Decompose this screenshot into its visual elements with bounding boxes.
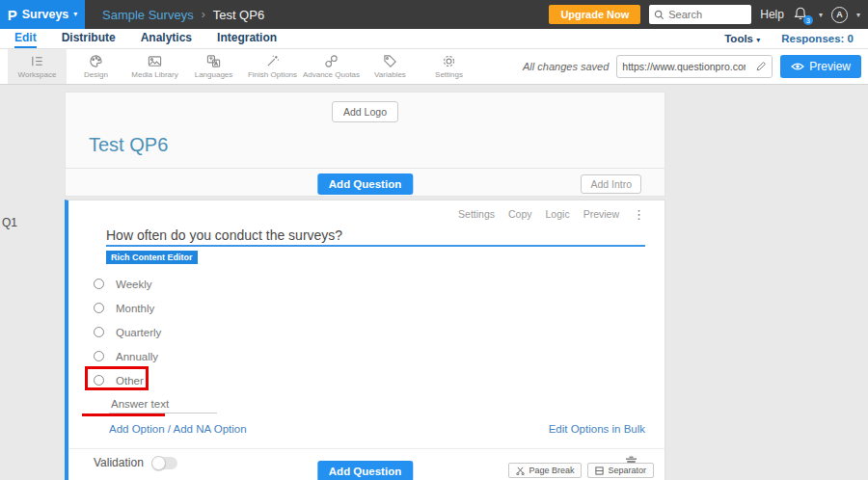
question-text[interactable]: How often do you conduct the surveys? bbox=[106, 226, 645, 247]
toolbar-item-design[interactable]: Design bbox=[67, 49, 125, 84]
answer-options: Weekly Monthly Quarterly Annually Other bbox=[94, 272, 645, 392]
add-intro-button[interactable]: Add Intro bbox=[581, 174, 641, 194]
toolbar-item-finish-options[interactable]: Finish Options bbox=[243, 49, 302, 84]
advance-quotas-icon bbox=[324, 54, 339, 68]
question-block: Settings Copy Logic Preview ⋮ How often … bbox=[65, 200, 665, 480]
option-row: Weekly bbox=[94, 272, 645, 296]
breadcrumb-parent[interactable]: Sample Surveys bbox=[102, 8, 194, 22]
separator-label: Separator bbox=[608, 466, 646, 475]
edit-toolbar: Workspace Design Media Library Languages… bbox=[0, 49, 868, 85]
eye-icon bbox=[791, 62, 804, 71]
tools-label: Tools bbox=[724, 33, 753, 44]
question-copy-link[interactable]: Copy bbox=[508, 208, 532, 220]
question-settings-link[interactable]: Settings bbox=[458, 208, 495, 220]
tab-edit[interactable]: Edit bbox=[14, 29, 37, 48]
top-bar: P Surveys ▾ Sample Surveys › Test QP6 Up… bbox=[0, 0, 868, 29]
survey-header: Add Logo Test QP6 Add Question Add Intro bbox=[65, 92, 665, 197]
help-link[interactable]: Help bbox=[760, 8, 784, 21]
radio-button[interactable] bbox=[94, 303, 104, 313]
responses-count[interactable]: Responses: 0 bbox=[781, 33, 854, 44]
survey-title[interactable]: Test QP6 bbox=[89, 134, 665, 156]
save-status: All changes saved bbox=[523, 61, 609, 72]
question-number: Q1 bbox=[2, 216, 17, 229]
tab-integration[interactable]: Integration bbox=[217, 29, 277, 48]
add-logo-button[interactable]: Add Logo bbox=[332, 101, 398, 122]
chevron-down-icon: ▾ bbox=[73, 11, 77, 18]
question-logic-link[interactable]: Logic bbox=[546, 208, 570, 220]
question-actions: Settings Copy Logic Preview ⋮ bbox=[106, 208, 645, 220]
tab-analytics[interactable]: Analytics bbox=[141, 29, 192, 48]
upgrade-now-button[interactable]: Upgrade Now bbox=[549, 5, 640, 24]
toolbar-item-label: Languages bbox=[195, 70, 233, 79]
edit-options-in-bulk-link[interactable]: Edit Options in Bulk bbox=[549, 423, 645, 437]
radio-button[interactable] bbox=[94, 351, 104, 361]
option-row: Quarterly bbox=[94, 320, 645, 344]
option-row-other: Other bbox=[94, 368, 645, 392]
avatar[interactable]: A bbox=[831, 7, 848, 23]
breadcrumb-current: Test QP6 bbox=[213, 8, 264, 22]
toolbar-item-label: Advance Quotas bbox=[303, 70, 360, 79]
toolbar-right: All changes saved Preview bbox=[523, 49, 868, 84]
add-question-button-bottom[interactable]: Add Question bbox=[317, 461, 413, 480]
tools-menu[interactable]: Tools ▾ bbox=[724, 33, 760, 44]
more-options-icon[interactable]: ⋮ bbox=[633, 208, 645, 221]
toolbar-item-workspace[interactable]: Workspace bbox=[8, 49, 67, 84]
surveys-menu[interactable]: P Surveys ▾ bbox=[0, 0, 85, 29]
questionpro-logo: P bbox=[8, 8, 17, 22]
breadcrumb-separator-icon: › bbox=[202, 8, 205, 21]
page-break-label: Page Break bbox=[529, 466, 574, 475]
option-links-row: Add Option / Add NA Option Edit Options … bbox=[109, 423, 645, 437]
chevron-down-icon[interactable]: ▾ bbox=[819, 11, 823, 19]
chevron-down-icon[interactable]: ▾ bbox=[856, 11, 860, 19]
tab-distribute[interactable]: Distribute bbox=[62, 29, 116, 48]
option-label[interactable]: Other bbox=[116, 375, 144, 387]
toolbar-item-label: Design bbox=[84, 70, 108, 79]
workspace-icon bbox=[30, 54, 44, 68]
preview-button[interactable]: Preview bbox=[780, 55, 861, 78]
toolbar-item-label: Media Library bbox=[131, 70, 177, 79]
option-row: Monthly bbox=[94, 296, 645, 320]
breadcrumb: Sample Surveys › Test QP6 bbox=[102, 8, 264, 22]
survey-url-input[interactable] bbox=[617, 61, 750, 72]
survey-card: Add Logo Test QP6 Add Question Add Intro… bbox=[65, 92, 665, 480]
annotation-underline-answer bbox=[82, 413, 165, 416]
search-box[interactable] bbox=[649, 5, 751, 24]
other-answer-field bbox=[109, 394, 217, 413]
radio-button[interactable] bbox=[94, 327, 104, 337]
finish-options-icon bbox=[265, 54, 280, 68]
pencil-icon bbox=[755, 61, 767, 72]
search-icon bbox=[654, 10, 665, 20]
nav-right: Tools ▾ Responses: 0 bbox=[724, 29, 854, 48]
page-footer-row: Add Question Page Break Separator bbox=[65, 461, 665, 480]
option-label[interactable]: Monthly bbox=[116, 303, 154, 314]
chevron-down-icon: ▾ bbox=[756, 36, 760, 44]
toolbar-item-variables[interactable]: Variables bbox=[361, 49, 420, 84]
toolbar-item-label: Variables bbox=[374, 70, 406, 79]
page-break-button[interactable]: Page Break bbox=[508, 463, 582, 478]
question-preview-link[interactable]: Preview bbox=[583, 208, 619, 220]
answer-text-input[interactable] bbox=[109, 398, 217, 413]
toolbar-item-advance-quotas[interactable]: Advance Quotas bbox=[302, 49, 361, 84]
notifications-button[interactable]: 3 bbox=[793, 6, 810, 23]
toolbar-item-languages[interactable]: Languages bbox=[184, 49, 243, 84]
header-button-row: Add Question Add Intro bbox=[66, 168, 665, 196]
edit-url-button[interactable] bbox=[750, 56, 772, 77]
product-menu-label: Surveys bbox=[22, 8, 69, 21]
design-icon bbox=[89, 54, 103, 68]
separator-button[interactable]: Separator bbox=[587, 463, 654, 478]
search-input[interactable] bbox=[668, 9, 746, 20]
toolbar-item-settings[interactable]: Settings bbox=[420, 49, 478, 84]
notification-badge: 3 bbox=[803, 15, 813, 25]
add-question-button-top[interactable]: Add Question bbox=[317, 173, 413, 195]
option-label[interactable]: Weekly bbox=[116, 279, 152, 290]
radio-button[interactable] bbox=[94, 375, 104, 386]
media-library-icon bbox=[148, 54, 162, 68]
radio-button[interactable] bbox=[94, 279, 104, 289]
topbar-right: Upgrade Now Help 3 ▾ A ▾ bbox=[549, 5, 868, 24]
rich-content-editor-tooltip: Rich Content Editor bbox=[106, 251, 198, 264]
option-label[interactable]: Annually bbox=[116, 351, 158, 362]
add-option-link[interactable]: Add Option / Add NA Option bbox=[109, 423, 247, 437]
option-label[interactable]: Quarterly bbox=[116, 327, 161, 338]
separator-icon bbox=[595, 467, 604, 475]
toolbar-item-media-library[interactable]: Media Library bbox=[125, 49, 184, 84]
